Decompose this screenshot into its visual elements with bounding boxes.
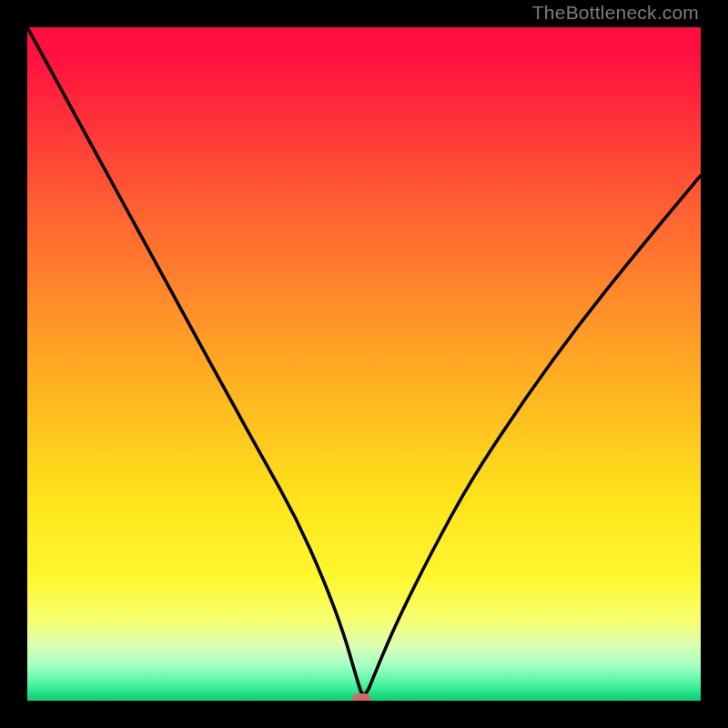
bottleneck-curve	[27, 27, 701, 694]
chart-frame: TheBottleneck.com	[0, 0, 728, 728]
plot-area	[27, 27, 701, 701]
watermark-text: TheBottleneck.com	[532, 2, 699, 24]
curve-layer	[27, 27, 701, 701]
optimal-point-marker	[352, 693, 370, 701]
